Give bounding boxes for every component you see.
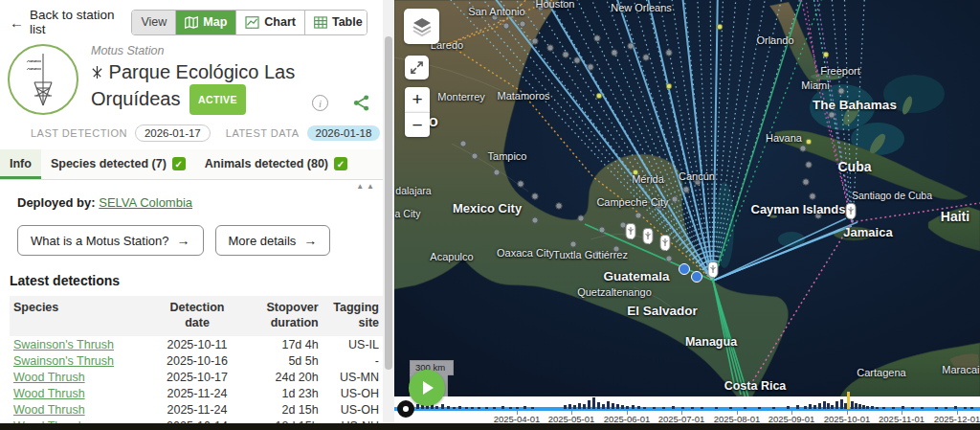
timeline-histogram-bar: [831, 405, 834, 409]
station-dot-marker[interactable]: [666, 256, 672, 261]
map-canvas[interactable]: San AntonioHoustonNew OrleansLaredoMonte…: [394, 0, 980, 396]
timeline-handle[interactable]: [397, 400, 414, 418]
station-dot-marker[interactable]: [800, 146, 806, 151]
station-dot-marker[interactable]: [532, 193, 538, 199]
tower-pin-marker[interactable]: [626, 223, 636, 239]
view-option-table[interactable]: Table: [304, 11, 368, 34]
tower-pin-marker[interactable]: [708, 261, 719, 278]
station-dot-marker[interactable]: [532, 217, 538, 223]
station-dot-marker[interactable]: [613, 246, 619, 252]
species-link[interactable]: Swainson's Thrush: [13, 354, 114, 368]
timeline-histogram-bar: [626, 406, 629, 409]
station-dot-marker[interactable]: [635, 213, 641, 218]
panel-scrollbar-thumb[interactable]: [385, 36, 392, 370]
table-row: Swainson's Thrush2025-10-1117d 4hUS-IL: [10, 336, 383, 352]
station-dot-marker[interactable]: [556, 203, 562, 209]
species-link[interactable]: Wood Thrush: [13, 403, 85, 417]
chart-icon: [245, 16, 259, 29]
species-link[interactable]: Wood Thrush: [13, 371, 85, 384]
timeline[interactable]: 2025-04-012025-05-012025-06-012025-07-01…: [394, 396, 980, 423]
latest-data-label: LATEST DATA: [226, 127, 300, 139]
station-dot-marker[interactable]: [503, 23, 509, 29]
timeline-histogram-bar: [612, 403, 614, 409]
timeline-histogram-bar: [592, 397, 595, 409]
layers-button[interactable]: [404, 9, 439, 44]
more-details-button[interactable]: More details→: [215, 225, 331, 256]
station-dot-marker[interactable]: [472, 153, 478, 159]
what-is-motus-button[interactable]: What is a Motus Station?→: [17, 225, 204, 256]
zoom-in-button[interactable]: +: [405, 87, 430, 112]
station-dot-marker[interactable]: [594, 251, 600, 257]
station-dot-marker[interactable]: [838, 88, 844, 94]
species-link[interactable]: Swainson's Thrush: [13, 338, 114, 351]
share-icon[interactable]: [353, 95, 369, 111]
station-dot-marker[interactable]: [657, 203, 662, 209]
active-station-dot-marker[interactable]: [806, 139, 812, 145]
station-dot-marker[interactable]: [815, 213, 821, 218]
play-button[interactable]: [409, 370, 445, 406]
timeline-histogram-bar: [809, 404, 812, 409]
station-dot-marker[interactable]: [578, 215, 584, 221]
active-station-dot-marker[interactable]: [596, 93, 602, 99]
active-station-dot-marker[interactable]: [717, 24, 723, 30]
station-dot-marker[interactable]: [532, 38, 538, 44]
deployed-by-link[interactable]: SELVA Colombia: [99, 195, 192, 210]
tower-pin-marker[interactable]: [660, 235, 671, 251]
table-row: Swainson's Thrush2025-10-165d 5h-: [10, 352, 383, 369]
timeline-histogram-bar: [840, 399, 843, 409]
scroll-arrows-icon[interactable]: ▲▲: [356, 182, 377, 191]
station-dot-marker[interactable]: [672, 196, 678, 202]
column-header: Tagging site: [323, 296, 383, 336]
tower-pin-marker[interactable]: [846, 203, 857, 219]
view-option-chart[interactable]: Chart: [235, 11, 304, 34]
tab-species[interactable]: Species detected (7)✓: [41, 149, 195, 179]
fullscreen-button[interactable]: [405, 56, 429, 79]
cluster-badge-marker[interactable]: [679, 263, 690, 275]
station-dot-marker[interactable]: [683, 187, 689, 192]
back-to-station-list-link[interactable]: ← Back to station list: [10, 8, 131, 36]
station-dot-marker[interactable]: [492, 14, 498, 20]
species-link[interactable]: Wood Thrush: [13, 387, 85, 400]
view-option-map[interactable]: Map: [175, 11, 235, 34]
app-window: San AntonioHoustonNew OrleansLaredoMonte…: [0, 0, 980, 430]
station-dot-marker[interactable]: [643, 55, 649, 60]
station-dot-marker[interactable]: [588, 64, 593, 70]
active-station-dot-marker[interactable]: [633, 170, 638, 175]
tab-info[interactable]: Info: [0, 149, 41, 179]
info-icon[interactable]: i: [312, 95, 328, 111]
station-dot-marker[interactable]: [806, 162, 812, 168]
panel-scrollbar[interactable]: [383, 0, 394, 423]
active-station-dot-marker[interactable]: [666, 83, 672, 89]
station-dot-marker[interactable]: [574, 57, 580, 63]
detection-date: 2025-11-24: [152, 385, 242, 401]
timeline-histogram-bar: [573, 405, 576, 409]
cluster-badge-marker[interactable]: [691, 271, 702, 283]
tab-animals[interactable]: Animals detected (80)✓: [195, 149, 357, 179]
station-dot-marker[interactable]: [538, 5, 544, 11]
active-station-dot-marker[interactable]: [823, 52, 829, 57]
timeline-histogram-bar: [862, 405, 865, 409]
timeline-histogram-bar: [616, 404, 619, 409]
timeline-histogram-bar: [892, 407, 895, 409]
station-dot-marker[interactable]: [612, 50, 617, 56]
station-dot-marker[interactable]: [563, 52, 568, 57]
station-dot-marker[interactable]: [547, 45, 553, 51]
station-dot-marker[interactable]: [829, 112, 835, 118]
station-dot-marker[interactable]: [570, 241, 576, 247]
station-dot-marker[interactable]: [494, 170, 500, 175]
station-dot-marker[interactable]: [695, 179, 701, 185]
station-dot-marker[interactable]: [803, 179, 809, 185]
station-dot-marker[interactable]: [628, 43, 634, 49]
station-dot-marker[interactable]: [594, 35, 600, 41]
timeline-histogram-bar: [672, 406, 675, 409]
station-dot-marker[interactable]: [599, 227, 605, 233]
timeline-histogram-bar: [823, 401, 826, 409]
timeline-histogram-bar: [493, 407, 496, 409]
station-dot-marker[interactable]: [666, 50, 672, 56]
station-dot-marker[interactable]: [518, 181, 523, 187]
station-dot-marker[interactable]: [810, 193, 815, 199]
station-dot-marker[interactable]: [460, 141, 466, 147]
station-dot-marker[interactable]: [520, 21, 525, 27]
tower-pin-marker[interactable]: [643, 228, 654, 244]
zoom-out-button[interactable]: −: [405, 112, 430, 137]
